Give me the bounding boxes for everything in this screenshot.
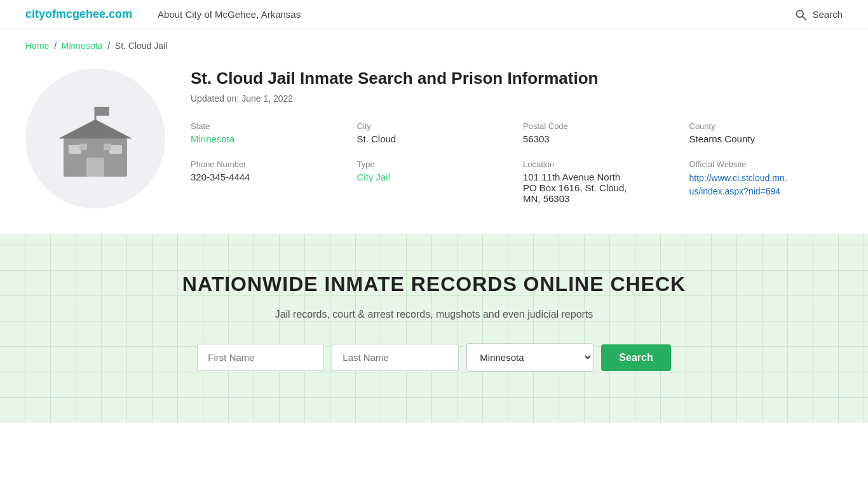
website-label: Official Website [689,159,843,169]
facility-title: St. Cloud Jail Inmate Search and Prison … [191,69,843,88]
state-field: State Minnesota [191,121,344,144]
svg-rect-9 [79,144,87,150]
city-value: St. Cloud [357,133,511,144]
location-line1: 101 11th Avenue North [523,172,620,182]
info-grid: State Minnesota City St. Cloud Postal Co… [191,121,843,204]
county-field: County Stearns County [689,121,843,144]
nationwide-section: NATIONWIDE INMATE RECORDS ONLINE CHECK J… [0,234,868,423]
facility-image [25,69,165,208]
nationwide-title: NATIONWIDE INMATE RECORDS ONLINE CHECK [25,273,843,296]
breadcrumb: Home / Minnesota / St. Cloud Jail [0,29,868,62]
state-label: State [191,121,344,131]
website-field: Official Website http://www.ci.stcloud.m… [689,159,843,204]
type-field: Type City Jail [357,159,511,204]
website-line1: http://www.ci.stcloud.mn. [689,173,787,183]
type-label: Type [357,159,511,169]
first-name-input[interactable] [197,344,324,371]
state-select[interactable]: AlabamaAlaskaArizonaArkansasCaliforniaCo… [466,343,593,372]
info-section: St. Cloud Jail Inmate Search and Prison … [191,69,843,204]
city-label: City [357,121,511,131]
postal-value: 56303 [523,133,677,144]
svg-rect-3 [95,107,109,116]
site-logo[interactable]: cityofmcgehee.com [25,8,132,21]
svg-rect-6 [86,158,104,177]
county-label: County [689,121,843,131]
phone-value: 320-345-4444 [191,172,344,182]
nationwide-subtitle: Jail records, court & arrest records, mu… [25,309,843,320]
main-content: St. Cloud Jail Inmate Search and Prison … [0,62,868,234]
breadcrumb-state[interactable]: Minnesota [62,41,103,51]
breadcrumb-sep1: / [51,41,62,51]
city-field: City St. Cloud [357,121,511,144]
search-button[interactable]: Search [601,344,670,371]
facility-building-icon [44,88,146,189]
breadcrumb-current: St. Cloud Jail [115,41,167,51]
breadcrumb-sep2: / [105,41,115,51]
location-value: 101 11th Avenue North PO Box 1616, St. C… [523,172,677,204]
state-value[interactable]: Minnesota [191,133,344,144]
header-search-button[interactable]: Search [794,8,843,21]
location-line2: PO Box 1616, St. Cloud, [523,182,627,193]
website-value[interactable]: http://www.ci.stcloud.mn. us/index.aspx?… [689,172,843,198]
svg-line-1 [803,16,806,19]
county-value: Stearns County [689,133,843,144]
header-search-label: Search [812,9,843,20]
facility-updated: Updated on: June 1, 2022 [191,93,843,104]
header: cityofmcgehee.com About City of McGehee,… [0,0,868,29]
website-line2: us/index.aspx?nid=694 [689,186,781,196]
phone-field: Phone Number 320-345-4444 [191,159,344,204]
location-field: Location 101 11th Avenue North PO Box 16… [523,159,677,204]
last-name-input[interactable] [332,344,459,371]
phone-label: Phone Number [191,159,344,169]
type-value[interactable]: City Jail [357,172,511,182]
postal-label: Postal Code [523,121,677,131]
svg-marker-5 [58,119,132,139]
location-label: Location [523,159,677,169]
breadcrumb-home[interactable]: Home [25,41,49,51]
header-nav: About City of McGehee, Arkansas [158,9,794,20]
postal-field: Postal Code 56303 [523,121,677,144]
search-icon [794,8,807,21]
location-line3: MN, 56303 [523,193,569,204]
inmate-search-form: AlabamaAlaskaArizonaArkansasCaliforniaCo… [25,343,843,372]
svg-rect-10 [104,144,111,150]
